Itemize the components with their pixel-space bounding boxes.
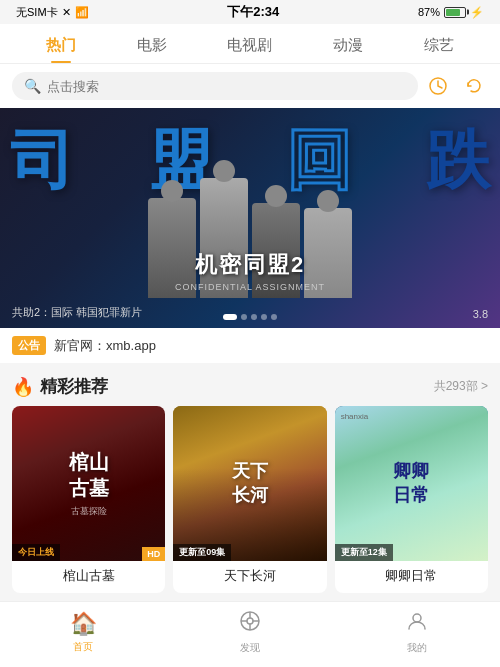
banner[interactable]: 司 盟 回 跌 机密同盟2 CONFIDENTIAL ASSIGNMENT 共助…	[0, 108, 500, 328]
poster-text-3: 卿卿日常	[393, 460, 429, 507]
section-more[interactable]: 共293部 >	[434, 378, 488, 395]
section-header: 🔥 精彩推荐 共293部 >	[0, 363, 500, 406]
nav-discover-label: 发现	[240, 641, 260, 655]
movie-title-gushan: 棺山古墓	[12, 561, 165, 593]
charging-icon: ⚡	[470, 6, 484, 19]
nav-profile-label: 我的	[407, 641, 427, 655]
status-right: 87% ⚡	[418, 6, 484, 19]
status-time: 下午2:34	[227, 3, 279, 21]
sim-icon: ✕	[62, 6, 71, 19]
badge-update-3: 更新至12集	[335, 544, 393, 561]
poster-text-1: 棺山古墓	[69, 449, 109, 501]
announcement-badge: 公告	[12, 336, 46, 355]
battery-percent: 87%	[418, 6, 440, 18]
movie-poster-qingqing: 卿卿日常 shanxia 更新至12集	[335, 406, 488, 561]
carrier-text: 无SIM卡	[16, 5, 58, 20]
search-icons	[424, 72, 488, 100]
profile-icon	[406, 610, 428, 638]
announcement-text: 新官网：xmb.app	[54, 337, 156, 355]
status-bar: 无SIM卡 ✕ 📶 下午2:34 87% ⚡	[0, 0, 500, 24]
dot-5[interactable]	[271, 314, 277, 320]
banner-dots	[223, 314, 277, 320]
movie-card-gushan[interactable]: 棺山古墓 古墓探险 今日上线 HD 棺山古墓	[12, 406, 165, 593]
search-icon: 🔍	[24, 78, 41, 94]
fire-icon: 🔥	[12, 376, 34, 398]
banner-char-4: 跌	[426, 128, 490, 192]
history-icon[interactable]	[424, 72, 452, 100]
battery-icon	[444, 7, 466, 18]
banner-date: 3.8	[473, 308, 488, 320]
badge-online-1: 今日上线	[12, 544, 60, 561]
dot-1[interactable]	[223, 314, 237, 320]
search-input-wrap[interactable]: 🔍	[12, 72, 418, 100]
status-left: 无SIM卡 ✕ 📶	[16, 5, 89, 20]
dot-3[interactable]	[251, 314, 257, 320]
tab-tv[interactable]: 电视剧	[219, 32, 280, 59]
poster-text-2: 天下长河	[232, 460, 268, 507]
dot-2[interactable]	[241, 314, 247, 320]
tab-hot[interactable]: 热门	[38, 32, 84, 59]
search-input[interactable]	[47, 79, 406, 94]
search-bar: 🔍	[0, 64, 500, 108]
movie-poster-gushan: 棺山古墓 古墓探险 今日上线 HD	[12, 406, 165, 561]
svg-point-7	[413, 614, 421, 622]
section-title-text: 精彩推荐	[40, 375, 108, 398]
nav-discover[interactable]: 发现	[220, 610, 280, 655]
discover-icon	[239, 610, 261, 638]
home-icon: 🏠	[70, 611, 97, 637]
svg-point-2	[247, 618, 253, 624]
movie-card-tianxia[interactable]: 天下长河 更新至09集 天下长河	[173, 406, 326, 593]
nav-home[interactable]: 🏠 首页	[53, 611, 113, 654]
poster-subtext-1: 古墓探险	[71, 505, 107, 518]
tab-variety[interactable]: 综艺	[416, 32, 462, 59]
movie-title-qingqing: 卿卿日常	[335, 561, 488, 593]
banner-char-1: 司	[10, 128, 74, 192]
banner-title-cn: 机密同盟2	[175, 250, 325, 280]
banner-caption: 共助2：国际 韩国犯罪新片	[12, 305, 142, 320]
tab-anime[interactable]: 动漫	[325, 32, 371, 59]
banner-title-en: CONFIDENTIAL ASSIGNMENT	[175, 282, 325, 292]
movie-card-qingqing[interactable]: 卿卿日常 shanxia 更新至12集 卿卿日常	[335, 406, 488, 593]
tab-movie[interactable]: 电影	[129, 32, 175, 59]
announcement-bar: 公告 新官网：xmb.app	[0, 328, 500, 363]
dot-4[interactable]	[261, 314, 267, 320]
refresh-icon[interactable]	[460, 72, 488, 100]
wifi-icon: 📶	[75, 6, 89, 19]
nav-tabs: 热门 电影 电视剧 动漫 综艺	[0, 24, 500, 64]
badge-update-2: 更新至09集	[173, 544, 231, 561]
bottom-nav: 🏠 首页 发现 我的	[0, 601, 500, 667]
section-title: 🔥 精彩推荐	[12, 375, 108, 398]
movie-poster-tianxia: 天下长河 更新至09集	[173, 406, 326, 561]
nav-home-label: 首页	[73, 640, 93, 654]
banner-title-overlay: 机密同盟2 CONFIDENTIAL ASSIGNMENT	[175, 250, 325, 292]
movies-grid: 棺山古墓 古墓探险 今日上线 HD 棺山古墓 天下长河 更新至09集 天下长河	[0, 406, 500, 605]
nav-profile[interactable]: 我的	[387, 610, 447, 655]
movie-title-tianxia: 天下长河	[173, 561, 326, 593]
badge-hd-1: HD	[142, 547, 165, 561]
